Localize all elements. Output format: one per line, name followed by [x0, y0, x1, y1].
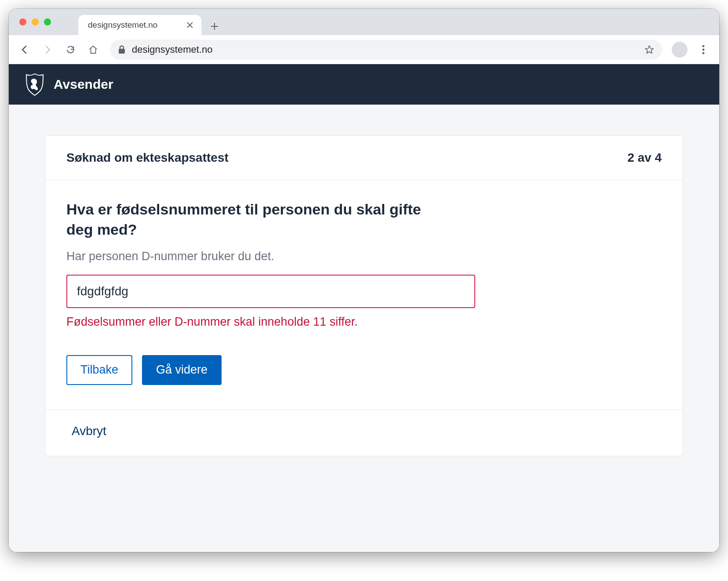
new-tab-button[interactable]	[210, 22, 223, 31]
forward-button[interactable]	[38, 40, 57, 59]
card-footer: Avbryt	[45, 410, 683, 456]
form-question: Hva er fødselsnummeret til personen du s…	[66, 200, 444, 240]
step-indicator: 2 av 4	[627, 151, 662, 165]
svg-point-1	[703, 45, 705, 47]
app-header: Avsender	[9, 64, 719, 105]
fodselsnummer-input[interactable]	[66, 275, 475, 308]
cancel-link[interactable]: Avbryt	[72, 424, 106, 438]
coat-of-arms-icon	[25, 73, 45, 96]
back-button[interactable]	[15, 40, 34, 59]
close-icon[interactable]	[186, 22, 193, 29]
url-text: designsystemet.no	[132, 44, 638, 55]
svg-point-2	[703, 48, 705, 51]
svg-point-3	[703, 52, 705, 54]
window-minimize-button[interactable]	[32, 18, 39, 25]
button-row: Tilbake Gå videre	[66, 355, 662, 385]
form-hint: Har personen D-nummer bruker du det.	[66, 250, 662, 263]
profile-avatar[interactable]	[672, 42, 688, 58]
lock-icon	[118, 45, 126, 54]
error-message: Fødselsummer eller D-nummer skal innehol…	[66, 315, 662, 329]
window-close-button[interactable]	[19, 18, 26, 25]
home-button[interactable]	[84, 40, 103, 59]
browser-toolbar: designsystemet.no	[9, 35, 719, 64]
menu-button[interactable]	[694, 45, 713, 54]
window-maximize-button[interactable]	[44, 18, 51, 25]
card-title: Søknad om ekteskapsattest	[66, 151, 229, 165]
address-bar[interactable]: designsystemet.no	[110, 40, 662, 60]
form-card: Søknad om ekteskapsattest 2 av 4 Hva er …	[45, 135, 683, 456]
browser-tab[interactable]: designsystemet.no	[78, 15, 201, 35]
next-step-button[interactable]: Gå videre	[142, 355, 222, 385]
back-step-button[interactable]: Tilbake	[66, 355, 132, 385]
star-icon[interactable]	[644, 45, 654, 54]
svg-rect-0	[119, 49, 125, 54]
content-area: Søknad om ekteskapsattest 2 av 4 Hva er …	[9, 105, 719, 474]
browser-window: designsystemet.no designsystemet.no	[9, 9, 719, 552]
window-controls	[19, 18, 51, 25]
card-header: Søknad om ekteskapsattest 2 av 4	[45, 136, 683, 180]
reload-button[interactable]	[61, 40, 80, 59]
tab-strip: designsystemet.no	[9, 9, 719, 35]
card-body: Hva er fødselsnummeret til personen du s…	[45, 180, 683, 410]
page-viewport: Avsender Søknad om ekteskapsattest 2 av …	[9, 64, 719, 552]
app-brand: Avsender	[54, 77, 113, 92]
tab-title: designsystemet.no	[88, 20, 157, 30]
